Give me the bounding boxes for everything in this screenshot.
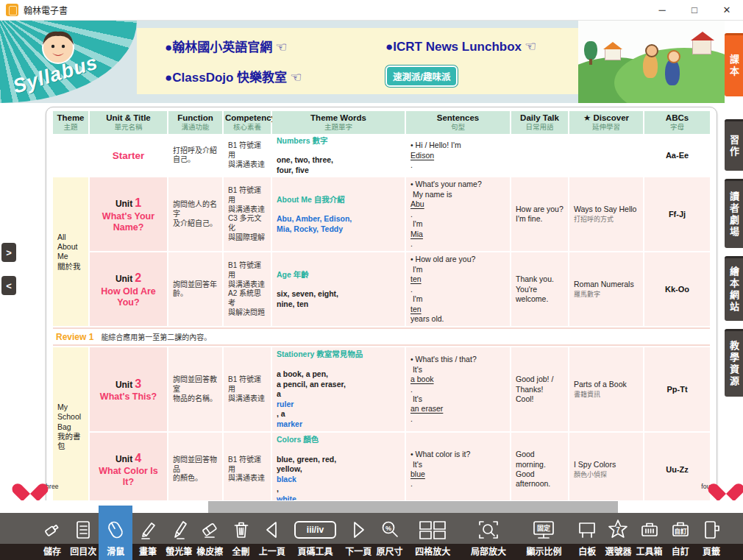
delete-all-button[interactable]: 全刪: [225, 513, 256, 560]
magnifier-percent-icon: %: [379, 516, 401, 544]
panel-expand-button[interactable]: >: [1, 243, 16, 262]
minimize-button[interactable]: ─: [646, 0, 678, 20]
house-graphic: [692, 40, 711, 54]
col-daily-talk: Daily Talk日常用語: [511, 111, 568, 134]
svg-text:固定: 固定: [537, 524, 551, 532]
col-unit-title: Unit & Title單元名稱: [90, 111, 167, 134]
kid-graphic: [665, 59, 680, 85]
tab-teaching-resources[interactable]: 教學資源: [725, 329, 743, 397]
kid-graphic: [643, 53, 658, 78]
links-panel: ●翰林國小英語官網☜ ●ICRT News Lunchbox☜ ●ClassDo…: [137, 28, 578, 94]
zoom-brackets-icon: [477, 516, 500, 544]
area-zoom-button[interactable]: 局部放大: [461, 513, 516, 560]
table-header-row: Theme主題 Unit & Title單元名稱 Function溝通功能 Co…: [53, 111, 710, 134]
unit1-title-cell: Unit1What's Your Name?: [90, 177, 167, 251]
window-title: 翰林電子書: [24, 4, 68, 16]
left-triangle-icon: [261, 516, 283, 544]
col-sentences: Sentences句型: [406, 111, 510, 134]
tab-picture-book-site[interactable]: 繪本網站: [725, 256, 743, 321]
unit3-title-cell: Unit3What's This?: [90, 347, 167, 431]
heart-icon: iv: [715, 476, 737, 496]
tab-readers-theater[interactable]: 讀者劇場: [725, 179, 743, 248]
header-banner: Syllabus ●翰林國小英語官網☜ ●ICRT News Lunchbox☜…: [0, 21, 725, 103]
mouse-tool-button[interactable]: 滑鼠: [99, 506, 132, 560]
contents-list-icon: [72, 516, 94, 544]
theme-all-about-me: All About Me 關於我: [53, 177, 88, 326]
col-theme-words: Theme Words主題單字: [272, 111, 405, 134]
row-review1: Review 1 能綜合應用第一至第二課的內容。: [53, 327, 710, 346]
tab-workbook[interactable]: 習作: [725, 119, 743, 171]
syllabus-logo: Syllabus: [0, 21, 137, 103]
col-function: Function溝通功能: [168, 111, 222, 134]
app-icon: [6, 4, 18, 16]
tab-textbook[interactable]: 課本: [725, 33, 743, 96]
star-number-icon: 7: [606, 516, 630, 544]
whiteboard-button[interactable]: 白板: [572, 513, 602, 560]
page-tabs-button[interactable]: 頁籤: [696, 513, 727, 560]
toolbox-icon: [639, 516, 661, 544]
highlighter-tool-button[interactable]: 螢光筆: [163, 513, 194, 560]
col-abcs: ABCs字母: [644, 111, 710, 134]
eraser-tool-button[interactable]: 橡皮擦: [194, 513, 225, 560]
scrollbar-thumb[interactable]: [208, 501, 618, 513]
title-bar: 翰林電子書 ─ □ ✕: [0, 0, 743, 21]
app-window: 翰林電子書 ─ □ ✕ Syllabus ●翰林國小英語官網☜ ●ICRT Ne…: [0, 0, 743, 560]
group-all-about-me: All About Me 關於我 Unit1What's Your Name? …: [53, 177, 710, 326]
pointing-hand-icon: ☜: [525, 39, 536, 54]
pencil-icon: [137, 516, 159, 544]
mouse-icon: [104, 516, 127, 544]
right-triangle-icon: [347, 516, 369, 544]
heart-icon: iii: [19, 476, 41, 496]
page-number-right: four iv: [701, 476, 737, 496]
group-my-school-bag: My School Bag 我的書包 Unit3What's This? 詢問並…: [53, 347, 710, 506]
starter-title: Starter: [113, 149, 145, 162]
svg-text:%: %: [385, 525, 391, 532]
eraser-icon: [199, 516, 221, 544]
page-indicator-tool[interactable]: iii/iv 頁碼工具: [288, 513, 344, 560]
pointing-hand-icon: ☜: [290, 70, 302, 85]
number-picker-button[interactable]: 7 選號器: [602, 513, 633, 560]
row-starter: Starter 打招呼及介紹 自己。 B1 符號運用 與溝通表達 Numbers…: [53, 134, 710, 178]
house-graphic: [605, 49, 621, 60]
back-to-contents-button[interactable]: 回目次: [68, 513, 99, 560]
col-discover: ★ Discover延伸學習: [569, 111, 643, 134]
tree-graphic: [584, 41, 597, 60]
bookmark-tab-icon: [700, 516, 722, 544]
unit4-title-cell: Unit4What Color Is It?: [90, 433, 167, 506]
syllabus-table: Theme主題 Unit & Title單元名稱 Function溝通功能 Co…: [46, 107, 717, 560]
col-competency: Competency核心素養: [224, 111, 271, 134]
quad-zoom-button[interactable]: 四格放大: [405, 513, 461, 560]
unit2-title-cell: Unit2How Old Are You?: [90, 252, 167, 326]
link-icrt-news-lunchbox[interactable]: ●ICRT News Lunchbox☜: [385, 38, 606, 54]
maximize-button[interactable]: □: [678, 0, 711, 20]
col-theme: Theme主題: [53, 111, 88, 134]
custom-button[interactable]: 自訂 自訂: [665, 513, 696, 560]
link-hanlin-english-site[interactable]: ●翰林國小英語官網☜: [165, 37, 385, 55]
usb-save-icon: [41, 516, 63, 544]
close-button[interactable]: ✕: [711, 0, 743, 20]
bottom-toolbar: 儲存 回目次 滑鼠 畫筆 螢光筆 橡皮擦 全刪 上一頁: [0, 513, 743, 560]
display-ratio-button[interactable]: 固定 顯示比例: [516, 513, 572, 560]
pointing-hand-icon: ☜: [275, 40, 287, 54]
pen-tool-button[interactable]: 畫筆: [132, 513, 163, 560]
save-button[interactable]: 儲存: [37, 513, 68, 560]
header-illustration: [578, 21, 725, 103]
next-page-button[interactable]: 下一頁: [343, 513, 374, 560]
prev-page-button[interactable]: 上一頁: [257, 513, 288, 560]
original-size-button[interactable]: % 原尺寸: [374, 513, 405, 560]
monitor-fixed-icon: 固定: [531, 516, 556, 544]
whiteboard-icon: [576, 516, 598, 544]
link-classdojo[interactable]: ●ClassDojo 快樂教室☜: [165, 67, 385, 85]
highlighter-icon: [168, 516, 190, 544]
four-pane-icon: [418, 516, 447, 544]
page-indicator-box[interactable]: iii/iv: [294, 521, 336, 539]
trash-icon: [230, 516, 252, 544]
toolbox-button[interactable]: 工具箱: [634, 513, 665, 560]
svg-text:自訂: 自訂: [674, 528, 687, 535]
custom-case-icon: 自訂: [669, 516, 692, 544]
quiz-fun-button[interactable]: 速測派/趣味派: [385, 65, 458, 87]
svg-text:7: 7: [616, 526, 621, 534]
panel-collapse-button[interactable]: <: [1, 276, 16, 295]
page-number-left: iii three: [19, 476, 58, 496]
